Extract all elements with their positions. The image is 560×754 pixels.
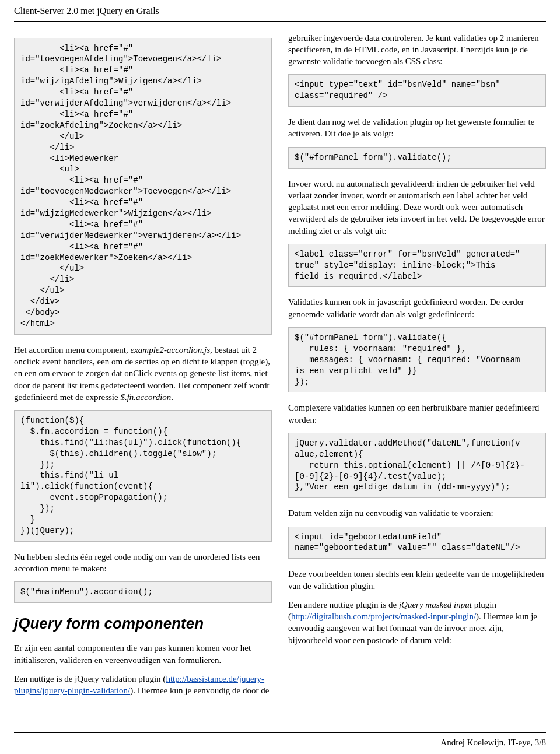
right-column: gebruiker ingevoerde data controleren. J… xyxy=(288,32,546,704)
paragraph-activate-plugin: Je dient dan nog wel de validation plugi… xyxy=(288,116,546,140)
section-heading-form-componenten: jQuery form componenten xyxy=(14,613,272,634)
paragraph-auto-validate: Invoer wordt nu automatisch gevalideerd:… xyxy=(288,178,546,237)
code-block-validate-call: $("#formPanel form").validate(); xyxy=(288,147,546,169)
text: Een nuttige is de jQuery validation plug… xyxy=(14,674,166,683)
code-block-accordion-js: (function($){ $.fn.accordion = function(… xyxy=(14,410,272,542)
header-rule xyxy=(14,21,546,22)
left-column: <li><a href="#" id="toevoegenAfdeling">T… xyxy=(14,32,272,704)
code-block-html-menu: <li><a href="#" id="toevoegenAfdeling">T… xyxy=(14,38,272,335)
code-block-addmethod: jQuery.validator.addMethod("dateNL",func… xyxy=(288,433,546,498)
paragraph-js-validations: Validaties kunnen ook in javascript gede… xyxy=(288,296,546,320)
plugin-name: jQuery masked input xyxy=(399,600,472,609)
paragraph-complex-validations: Complexere validaties kunnen op een herb… xyxy=(288,402,546,426)
text: ). Hiermee kun je eenvoudig de door de xyxy=(130,686,269,695)
footer-text: Andrej Koelewijn, IT-eye, 3/8 xyxy=(14,737,546,748)
page-header-title: Client-Server 2.0 met jQuery en Grails xyxy=(14,5,546,17)
paragraph-examples-summary: Deze voorbeelden tonen slechts een klein… xyxy=(288,568,546,592)
code-block-validate-rules: $("#formPanel form").validate({ rules: {… xyxy=(288,327,546,392)
code-block-input-required: <input type="text" id="bsnVeld" name="bs… xyxy=(288,74,546,107)
paragraph-validation-css: gebruiker ingevoerde data controleren. J… xyxy=(288,32,546,68)
text: Het accordion menu component, xyxy=(14,345,131,355)
text: . xyxy=(171,392,173,402)
paragraph-single-line: Nu hebben slechts één regel code nodig o… xyxy=(14,551,272,575)
paragraph-accordion-desc: Het accordion menu component, example2-a… xyxy=(14,344,272,403)
expression: $.fn.accordion xyxy=(120,392,171,402)
code-block-error-label: <label class="error" for="bsnVeld" gener… xyxy=(288,244,546,287)
filename: example2-accordion.js xyxy=(131,345,211,355)
paragraph-form-intro: Er zijn een aantal componenten die van p… xyxy=(14,642,272,666)
code-block-accordion-call: $("#mainMenu").accordion(); xyxy=(14,581,272,603)
paragraph-masked-input: Een andere nuttige plugin is de jQuery m… xyxy=(288,599,546,646)
footer: Andrej Koelewijn, IT-eye, 3/8 xyxy=(14,732,546,748)
text: Een andere nuttige plugin is de xyxy=(288,600,399,609)
link-masked-input[interactable]: http://digitalbush.com/projects/masked-i… xyxy=(291,612,476,621)
code-block-input-datenl: <input id="geboortedatumField" name="geb… xyxy=(288,527,546,559)
paragraph-validation-plugin: Een nuttige is de jQuery validation plug… xyxy=(14,673,272,697)
paragraph-date-fields: Datum velden zijn nu eenvoudig van valid… xyxy=(288,507,546,519)
footer-rule xyxy=(14,732,546,733)
